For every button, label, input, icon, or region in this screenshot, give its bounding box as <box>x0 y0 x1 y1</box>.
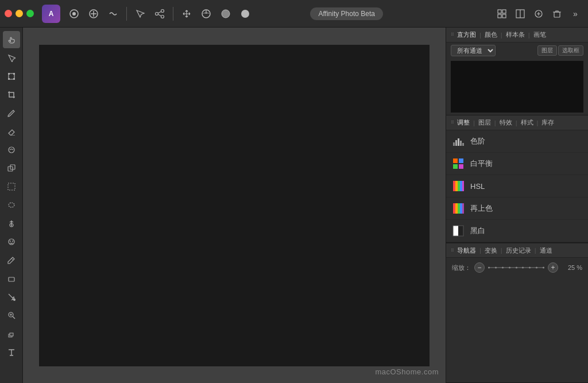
color-tool[interactable] <box>3 325 20 342</box>
titlebar: A <box>0 0 588 28</box>
persona-develop-button[interactable] <box>86 6 102 22</box>
circle-button[interactable] <box>237 6 253 22</box>
tab-channels[interactable]: 通道 <box>540 245 552 256</box>
split-view-button[interactable] <box>512 6 528 22</box>
hsl-label: HSL <box>470 182 485 191</box>
selection-tool[interactable] <box>3 178 20 195</box>
lasso-tool[interactable] <box>3 196 20 214</box>
svg-rect-15 <box>554 12 560 17</box>
svg-point-28 <box>10 241 11 242</box>
svg-point-25 <box>9 203 14 207</box>
svg-rect-47 <box>460 181 462 191</box>
app-name-label: Affinity Photo Beta <box>310 7 383 20</box>
blur-tool[interactable] <box>3 233 20 250</box>
svg-rect-40 <box>453 158 458 163</box>
tab-color[interactable]: 颜色 <box>485 29 497 40</box>
pen-tool[interactable] <box>3 252 20 269</box>
channel-select[interactable]: 所有通道 <box>451 45 496 56</box>
persona-pixel-button[interactable] <box>66 6 82 22</box>
move-tool-button[interactable] <box>179 6 195 22</box>
svg-rect-45 <box>455 181 458 191</box>
tab-library[interactable]: 库存 <box>541 117 554 128</box>
tab-swatch[interactable]: 样本条 <box>506 29 525 40</box>
tab-transform[interactable]: 变换 <box>485 245 497 256</box>
svg-rect-20 <box>13 78 15 80</box>
svg-rect-50 <box>455 203 458 214</box>
svg-rect-36 <box>455 140 457 146</box>
canvas-area[interactable]: macOShome.com <box>23 28 446 383</box>
svg-point-31 <box>13 299 16 301</box>
tab-brush[interactable]: 画笔 <box>533 29 546 40</box>
left-toolbar <box>0 28 23 383</box>
zoom-value: 25 % <box>562 264 582 271</box>
recolor-adjustment[interactable]: 再上色 <box>446 198 588 220</box>
svg-rect-41 <box>459 158 463 163</box>
svg-point-1 <box>72 12 76 16</box>
tab-histogram[interactable]: 直方图 <box>457 29 476 40</box>
minimize-button[interactable] <box>16 10 23 17</box>
svg-rect-49 <box>453 203 455 214</box>
svg-point-8 <box>241 10 249 18</box>
svg-rect-19 <box>8 78 10 80</box>
watermark: macOShome.com <box>375 367 439 376</box>
toolbar-right: » <box>494 6 583 22</box>
maximize-button[interactable] <box>26 10 34 17</box>
blackwhite-icon <box>452 225 465 237</box>
tab-effects[interactable]: 特效 <box>500 117 512 128</box>
hand-tool[interactable] <box>3 31 20 48</box>
svg-rect-34 <box>10 333 13 336</box>
navigator-panel: ⠿ 导航器 | 变换 | 历史记录 | 通道 缩放： − <box>446 243 588 383</box>
levels-adjustment[interactable]: 色阶 <box>446 130 588 153</box>
svg-rect-54 <box>453 226 458 236</box>
text-tool[interactable] <box>3 343 20 361</box>
svg-rect-9 <box>498 10 501 13</box>
close-button[interactable] <box>5 10 12 17</box>
whitebalance-adjustment[interactable]: 白平衡 <box>446 153 588 175</box>
svg-point-3 <box>161 9 164 12</box>
tab-layers[interactable]: 图层 <box>478 117 491 128</box>
eraser-tool[interactable] <box>3 123 20 140</box>
nav-grip-icon: ⠿ <box>451 248 454 253</box>
svg-rect-30 <box>9 277 14 281</box>
svg-point-29 <box>12 241 13 242</box>
separator-1 <box>126 7 127 21</box>
more-button[interactable]: » <box>567 6 583 22</box>
histogram-display <box>451 61 583 113</box>
zoom-slider-container[interactable] <box>488 267 544 268</box>
svg-rect-43 <box>459 164 463 169</box>
blackwhite-adjustment[interactable]: 黑白 <box>446 220 588 242</box>
hsl-adjustment[interactable]: HSL <box>446 175 588 198</box>
zoom-tool[interactable] <box>3 307 20 324</box>
svg-point-5 <box>161 15 164 18</box>
brush-tool[interactable] <box>3 105 20 122</box>
crop-tool[interactable] <box>3 86 20 103</box>
selection-tab-btn[interactable]: 选取框 <box>558 45 583 56</box>
adjust-button[interactable] <box>198 6 214 22</box>
layers-tab-btn[interactable]: 图层 <box>537 45 557 56</box>
brush-size-button[interactable] <box>531 6 547 22</box>
zoom-out-button[interactable]: − <box>474 262 485 273</box>
mask-button[interactable] <box>218 6 234 22</box>
nav-button[interactable] <box>132 6 148 22</box>
tab-styles[interactable]: 样式 <box>521 117 533 128</box>
share-button[interactable] <box>152 6 168 22</box>
affinity-logo[interactable]: A <box>42 5 60 23</box>
tab-history[interactable]: 历史记录 <box>506 245 531 256</box>
trash-button[interactable] <box>549 6 565 22</box>
tab-adjustments[interactable]: 调整 <box>457 117 470 128</box>
dodge-tool[interactable] <box>3 215 20 232</box>
adj-grip-icon: ⠿ <box>451 120 454 125</box>
shape-tool[interactable] <box>3 270 20 287</box>
clone-tool[interactable] <box>3 160 20 177</box>
inpaint-tool[interactable] <box>3 141 20 158</box>
persona-liquify-button[interactable] <box>105 6 121 22</box>
fill-tool[interactable] <box>3 288 20 305</box>
svg-rect-48 <box>462 181 464 191</box>
svg-rect-53 <box>462 203 464 214</box>
view-mode-button[interactable] <box>494 6 510 22</box>
histogram-panel: ⠿ 直方图 | 颜色 | 样本条 | 画笔 所有通道 图层 选取框 <box>446 28 588 115</box>
zoom-in-button[interactable]: + <box>548 262 558 273</box>
tab-navigator[interactable]: 导航器 <box>457 245 476 256</box>
transform-tool[interactable] <box>3 68 20 85</box>
cursor-tool[interactable] <box>3 49 20 67</box>
